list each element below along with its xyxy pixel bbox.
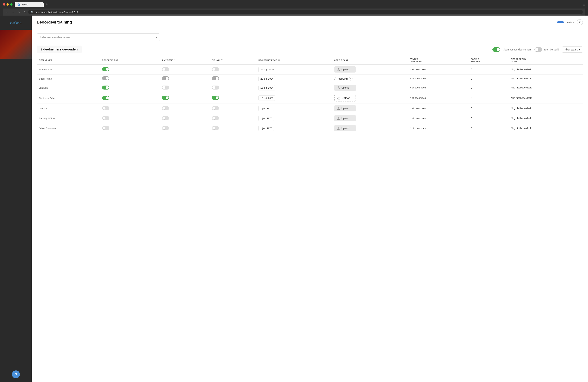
certificate-cell: Upload xyxy=(332,64,408,75)
row-toggle[interactable] xyxy=(212,76,219,80)
summary-bar: 9 deelnemers gevonden Alleen actieve dee… xyxy=(37,46,583,53)
row-toggle[interactable] xyxy=(102,86,109,90)
close-traffic-light[interactable] xyxy=(3,3,5,6)
row-toggle[interactable] xyxy=(162,106,169,110)
sidebar-image xyxy=(0,30,32,58)
tab-title: oZone xyxy=(21,3,28,6)
table-body: Team Admin29 sep. 2022 UploadNiet beoord… xyxy=(37,64,583,133)
modal-indicator xyxy=(557,21,564,23)
row-toggle[interactable] xyxy=(102,67,109,71)
new-tab-btn[interactable]: + xyxy=(44,2,49,7)
modal-close-button[interactable]: × xyxy=(577,19,583,25)
attempt-number: 0 xyxy=(471,77,472,80)
col-header-beoordeeld: BEOORDEELDDOOR xyxy=(509,56,583,64)
attempt-number: 0 xyxy=(471,96,472,99)
participant-name: Jan Wit xyxy=(39,107,47,110)
registration-date-cell: 1 jan. 1970 xyxy=(256,114,332,123)
minimize-traffic-light[interactable] xyxy=(6,3,9,6)
col-header-certificaat: CERTIFICAAT xyxy=(332,56,408,64)
registration-date: 29 sep. 2022 xyxy=(258,67,276,72)
beoordelen-cell xyxy=(100,114,160,123)
registration-date: 1 jan. 1970 xyxy=(258,116,274,121)
table-row: Customer Admin19 okt. 2023 UploadNiet be… xyxy=(37,93,583,103)
row-toggle[interactable] xyxy=(212,86,219,90)
registration-date-cell: 15 okt. 2024 xyxy=(256,83,332,93)
address-bar[interactable]: 🔍 new.ozone.nl/admin/training/review/82/… xyxy=(28,10,583,15)
beoordelen-cell xyxy=(100,64,160,75)
sidebar-avatar[interactable]: O xyxy=(12,370,20,378)
row-toggle[interactable] xyxy=(102,116,109,120)
refresh-btn[interactable]: ↻ xyxy=(17,10,21,14)
show-completed-toggle[interactable] xyxy=(534,47,542,52)
filter-teams-button[interactable]: Filter teams ▾ xyxy=(562,46,583,53)
reviewer-cell: Nog niet beoordeeld xyxy=(509,103,583,114)
tab-close-btn[interactable]: × xyxy=(40,3,41,6)
url-display: new.ozone.nl/admin/training/review/82/14 xyxy=(35,11,78,13)
sluiten-label: sluiten xyxy=(567,21,574,24)
upload-certificate-btn[interactable]: Upload xyxy=(334,125,356,131)
maximize-traffic-light[interactable] xyxy=(10,3,13,6)
row-toggle[interactable] xyxy=(212,126,219,130)
chevron-down-icon: ▾ xyxy=(579,48,580,51)
status-cell: Niet beoordeeld xyxy=(408,64,468,75)
upload-certificate-btn[interactable]: Upload xyxy=(334,115,356,121)
home-btn[interactable]: ⌂ xyxy=(23,10,26,14)
row-toggle[interactable] xyxy=(162,76,169,80)
participant-name: Team Admin xyxy=(39,68,52,71)
attempt-number-cell: 0 xyxy=(468,83,509,93)
row-toggle[interactable] xyxy=(102,76,109,80)
certificate-cell: cert.pdf× xyxy=(332,75,408,83)
table-row: Jan Wit1 jan. 1970 UploadNiet beoordeeld… xyxy=(37,103,583,114)
upload-certificate-btn[interactable]: Upload xyxy=(334,105,356,112)
aanwezig-cell xyxy=(160,83,210,93)
attempt-number-cell: 0 xyxy=(468,64,509,75)
col-header-status: STATUSDEELNAME xyxy=(408,56,468,64)
upload-label: Upload xyxy=(341,117,349,120)
attempt-number: 0 xyxy=(471,107,472,110)
attempt-number-cell: 0 xyxy=(468,123,509,133)
behaald-cell xyxy=(210,75,256,83)
row-toggle[interactable] xyxy=(162,126,169,130)
attempt-number: 0 xyxy=(471,86,472,89)
beoordelen-cell xyxy=(100,75,160,83)
browser-titlebar: O oZone × + ⊡ xyxy=(3,2,585,7)
row-toggle[interactable] xyxy=(102,96,109,100)
row-toggle[interactable] xyxy=(212,106,219,110)
upload-certificate-btn[interactable]: Upload xyxy=(334,66,356,73)
browser-toolbar: ← → ↻ ⌂ 🔍 new.ozone.nl/admin/training/re… xyxy=(3,8,585,16)
upload-certificate-btn-dashed[interactable]: Upload xyxy=(334,95,356,101)
row-toggle[interactable] xyxy=(212,116,219,120)
certificate-cell: Upload xyxy=(332,93,408,103)
browser-chrome: O oZone × + ⊡ ← → ↻ ⌂ 🔍 new.ozone.nl/adm… xyxy=(0,0,588,16)
registration-date: 22 okt. 2024 xyxy=(258,76,275,81)
registration-date-cell: 1 jan. 1970 xyxy=(256,103,332,114)
row-toggle[interactable] xyxy=(212,96,219,100)
status-badge: Niet beoordeeld xyxy=(410,68,426,71)
table-header-row: DEELNEMER BEOORDELEN? AANWEZIG? BEHAALD?… xyxy=(37,56,583,64)
row-toggle[interactable] xyxy=(102,106,109,110)
participant-selector-dropdown[interactable]: Selecteer een deelnemer ▾ xyxy=(37,34,160,41)
active-tab[interactable]: O oZone × xyxy=(15,2,44,7)
show-completed-label: Toon behaald xyxy=(544,48,559,51)
active-participants-toggle[interactable] xyxy=(492,47,500,52)
reviewer-cell: Nog niet beoordeeld xyxy=(509,64,583,75)
upload-certificate-btn[interactable]: Upload xyxy=(334,85,356,91)
back-btn[interactable]: ← xyxy=(5,10,9,14)
reviewer-cell: Nog niet beoordeeld xyxy=(509,75,583,83)
aanwezig-cell xyxy=(160,103,210,114)
participant-name-cell: Jan Wit xyxy=(37,103,100,114)
modal-title: Beoordeel training xyxy=(37,20,554,25)
close-icon: × xyxy=(579,21,581,24)
row-toggle[interactable] xyxy=(162,67,169,71)
behaald-cell xyxy=(210,114,256,123)
row-toggle[interactable] xyxy=(162,86,169,90)
row-toggle[interactable] xyxy=(102,126,109,130)
certificate-remove-btn[interactable]: × xyxy=(349,77,353,80)
participants-count: 9 deelnemers gevonden xyxy=(37,46,82,53)
row-toggle[interactable] xyxy=(162,96,169,100)
row-toggle[interactable] xyxy=(212,67,219,71)
participant-name-cell: Team Admin xyxy=(37,64,100,75)
forward-btn[interactable]: → xyxy=(11,10,16,14)
upload-label: Upload xyxy=(342,96,350,99)
row-toggle[interactable] xyxy=(162,116,169,120)
